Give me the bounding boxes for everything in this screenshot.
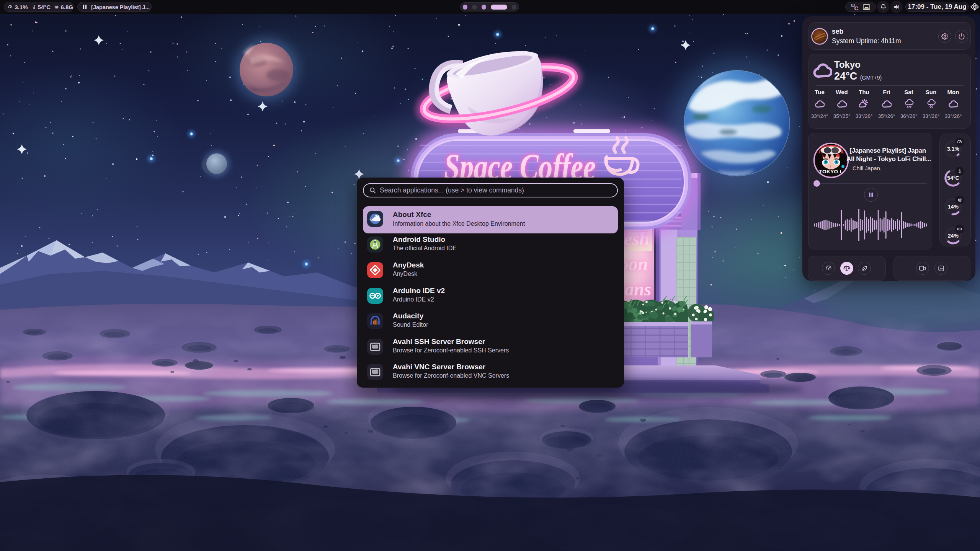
svg-text:TOKYO L: TOKYO L [819,169,843,174]
